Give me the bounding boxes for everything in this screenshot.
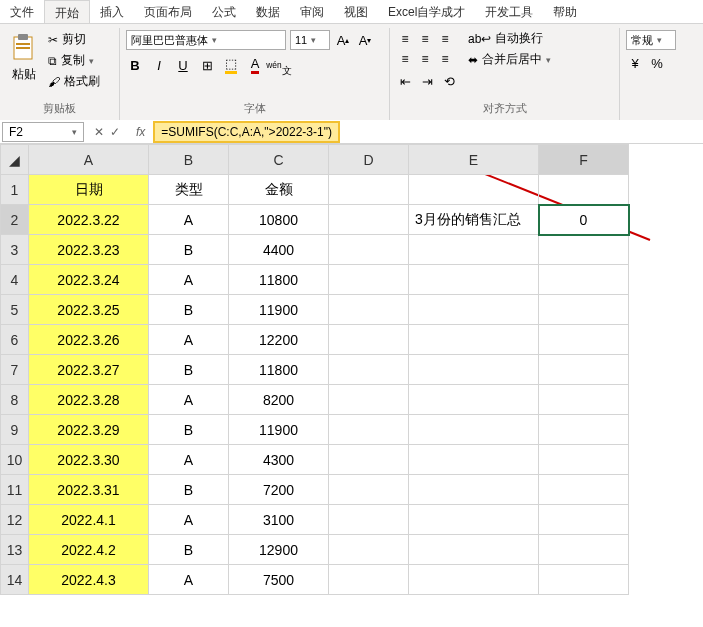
phonetic-button[interactable]: wén文	[270, 56, 288, 74]
formula-input[interactable]: =SUMIFS(C:C,A:A,">2022-3-1")	[153, 121, 340, 143]
row-header[interactable]: 8	[1, 385, 29, 415]
tab-data[interactable]: 数据	[246, 0, 290, 23]
cell[interactable]: 12900	[229, 535, 329, 565]
cell[interactable]: 2022.4.2	[29, 535, 149, 565]
align-center-icon[interactable]: ≡	[416, 50, 434, 68]
cell[interactable]: 日期	[29, 175, 149, 205]
row-header[interactable]: 3	[1, 235, 29, 265]
paste-label[interactable]: 粘贴	[12, 66, 36, 83]
cell[interactable]: 7200	[229, 475, 329, 505]
cell[interactable]	[329, 295, 409, 325]
cell[interactable]	[329, 355, 409, 385]
col-header-B[interactable]: B	[149, 145, 229, 175]
cell[interactable]	[539, 535, 629, 565]
increase-font-icon[interactable]: A▴	[334, 31, 352, 49]
cell[interactable]: 12200	[229, 325, 329, 355]
cut-button[interactable]: ✂剪切	[46, 30, 102, 49]
tab-developer[interactable]: 开发工具	[475, 0, 543, 23]
row-header[interactable]: 12	[1, 505, 29, 535]
col-header-C[interactable]: C	[229, 145, 329, 175]
cell[interactable]	[409, 565, 539, 595]
tab-custom[interactable]: Excel自学成才	[378, 0, 475, 23]
cell[interactable]	[539, 175, 629, 205]
tab-page-layout[interactable]: 页面布局	[134, 0, 202, 23]
wrap-text-button[interactable]: ab↩自动换行	[468, 30, 551, 47]
row-header[interactable]: 7	[1, 355, 29, 385]
border-button[interactable]: ⊞	[198, 56, 216, 74]
tab-file[interactable]: 文件	[0, 0, 44, 23]
paste-icon[interactable]	[10, 32, 38, 64]
cell[interactable]	[539, 295, 629, 325]
font-color-button[interactable]: A	[246, 56, 264, 74]
cell[interactable]: A	[149, 385, 229, 415]
cell[interactable]	[409, 295, 539, 325]
accept-formula-icon[interactable]: ✓	[110, 125, 120, 139]
cell[interactable]: 7500	[229, 565, 329, 595]
tab-view[interactable]: 视图	[334, 0, 378, 23]
cell[interactable]: 2022.3.24	[29, 265, 149, 295]
select-all-corner[interactable]: ◢	[1, 145, 29, 175]
cell[interactable]	[409, 385, 539, 415]
cell[interactable]: A	[149, 445, 229, 475]
orientation-icon[interactable]: ⟲	[440, 72, 458, 90]
align-left-icon[interactable]: ≡	[396, 50, 414, 68]
copy-button[interactable]: ⧉复制▾	[46, 51, 102, 70]
decrease-indent-icon[interactable]: ⇤	[396, 72, 414, 90]
cell[interactable]: A	[149, 505, 229, 535]
cell[interactable]	[329, 535, 409, 565]
cell[interactable]	[329, 415, 409, 445]
cell[interactable]	[539, 565, 629, 595]
cell[interactable]: 11800	[229, 355, 329, 385]
font-size-select[interactable]: 11	[290, 30, 330, 50]
cell[interactable]	[539, 355, 629, 385]
cell[interactable]	[409, 535, 539, 565]
cell[interactable]: B	[149, 235, 229, 265]
cell[interactable]: 2022.3.27	[29, 355, 149, 385]
cell[interactable]: 11900	[229, 415, 329, 445]
align-top-icon[interactable]: ≡	[396, 30, 414, 48]
cell[interactable]: 4400	[229, 235, 329, 265]
cell[interactable]: A	[149, 565, 229, 595]
cell[interactable]: 2022.3.26	[29, 325, 149, 355]
cell[interactable]	[409, 445, 539, 475]
cell[interactable]: B	[149, 535, 229, 565]
cell[interactable]: 金额	[229, 175, 329, 205]
cell[interactable]	[329, 265, 409, 295]
cell[interactable]: 10800	[229, 205, 329, 235]
cell[interactable]	[539, 265, 629, 295]
cell[interactable]: B	[149, 295, 229, 325]
row-header-1[interactable]: 1	[1, 175, 29, 205]
cell[interactable]: B	[149, 355, 229, 385]
merge-center-button[interactable]: ⬌合并后居中▾	[468, 51, 551, 68]
tab-formulas[interactable]: 公式	[202, 0, 246, 23]
row-header[interactable]: 4	[1, 265, 29, 295]
cell[interactable]: 3100	[229, 505, 329, 535]
cell[interactable]	[539, 385, 629, 415]
col-header-D[interactable]: D	[329, 145, 409, 175]
row-header[interactable]: 14	[1, 565, 29, 595]
cell[interactable]: B	[149, 415, 229, 445]
cell[interactable]	[329, 385, 409, 415]
align-bottom-icon[interactable]: ≡	[436, 30, 454, 48]
row-header[interactable]: 10	[1, 445, 29, 475]
selected-cell[interactable]: 0	[539, 205, 629, 235]
col-header-A[interactable]: A	[29, 145, 149, 175]
row-header[interactable]: 9	[1, 415, 29, 445]
cell[interactable]	[539, 445, 629, 475]
italic-button[interactable]: I	[150, 56, 168, 74]
cell[interactable]: 11900	[229, 295, 329, 325]
cell[interactable]: 2022.3.25	[29, 295, 149, 325]
cell[interactable]	[329, 235, 409, 265]
increase-indent-icon[interactable]: ⇥	[418, 72, 436, 90]
cell[interactable]	[409, 475, 539, 505]
cell[interactable]	[329, 505, 409, 535]
tab-review[interactable]: 审阅	[290, 0, 334, 23]
row-header[interactable]: 13	[1, 535, 29, 565]
cell[interactable]: 8200	[229, 385, 329, 415]
spreadsheet-grid[interactable]: ◢ A B C D E F 1 日期 类型 金额 2 2022.3.22 A 1…	[0, 144, 703, 595]
cell[interactable]	[539, 475, 629, 505]
col-header-F[interactable]: F	[539, 145, 629, 175]
fill-color-button[interactable]: ⬚	[222, 56, 240, 74]
cell[interactable]	[539, 415, 629, 445]
cell[interactable]: 3月份的销售汇总	[409, 205, 539, 235]
